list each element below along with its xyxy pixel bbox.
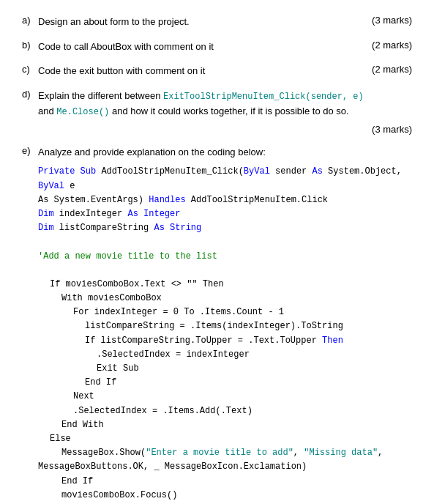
kw-dim1: Dim: [38, 209, 59, 219]
code-assign3-text: .SelectedIndex = .Items.Add(.Text): [73, 406, 252, 416]
text-a: Design an about form to the project.: [38, 15, 364, 29]
label-b: b): [22, 40, 38, 51]
label-a: a): [22, 15, 38, 26]
kw-dim2: Dim: [38, 223, 59, 233]
code-assign2: .SelectedIndex = indexInteger: [38, 348, 412, 362]
code-if2: If listCompareString.ToUpper = .Text.ToU…: [38, 334, 412, 348]
kw-private-sub: Private Sub: [38, 166, 101, 177]
code-endif2: End If: [38, 376, 412, 390]
code-if1: If moviesComboBox.Text <> "" Then: [38, 278, 412, 292]
code-d-2: Me.Close(): [56, 107, 109, 117]
label-c: c): [22, 64, 38, 75]
code-else: Else: [38, 432, 412, 446]
code-handle-val: AddToolStripMenuItem.Click: [191, 195, 328, 205]
code-focus-text: moviesComboBox.Focus(): [61, 490, 177, 500]
code-with1-text: With moviesComboBox: [61, 293, 162, 303]
code-msgbox-str2: "Missing data": [304, 448, 378, 458]
code-focus: moviesComboBox.Focus(): [38, 489, 412, 503]
code-exitsub: Exit Sub: [38, 362, 412, 376]
code-endwith: End With: [38, 418, 412, 432]
code-endif1-text: End If: [61, 476, 93, 486]
code-msgbox-text: MessageBox.Show(: [61, 448, 146, 458]
text-d-pre2: and: [38, 105, 56, 116]
code-msgbox-post: ,: [378, 448, 383, 458]
kw-as3: As String: [154, 223, 201, 233]
code-addtool: AddToolStripMenuItem_Click(: [101, 166, 243, 177]
kw-as1: As: [313, 166, 329, 177]
text-d-post2: and how it could works together, if it i…: [109, 105, 348, 116]
code-listcompare: listCompareString: [59, 223, 154, 233]
code-line-2: As System.EventArgs) Handles AddToolStri…: [38, 193, 412, 207]
kw-handles: Handles: [149, 195, 191, 205]
code-endif2-text: End If: [85, 377, 116, 388]
question-a: a) Design an about form to the project. …: [22, 15, 412, 29]
kw-as2: As Integer: [127, 209, 180, 219]
code-exitsub-text: Exit Sub: [97, 363, 139, 374]
code-if2-text: If listCompareString.ToUpper = .Text.ToU…: [85, 336, 322, 346]
code-e: e: [70, 181, 75, 191]
code-next-text: Next: [73, 391, 94, 401]
code-assign2-text: .SelectedIndex = indexInteger: [97, 349, 250, 360]
text-b: Code to call AboutBox with comment on it: [38, 40, 364, 54]
question-c: c) Code the exit button with comment on …: [22, 64, 412, 78]
code-msgbox-line2-text: MessageBoxButtons.OK, _ MessageBoxIcon.E…: [38, 462, 307, 472]
code-indexinteger: indexInteger: [59, 209, 128, 219]
code-eventargs: As System.EventArgs): [38, 195, 149, 205]
code-for1-text: For indexInteger = 0 To .Items.Count - 1: [73, 307, 284, 317]
code-sender: sender: [275, 166, 312, 177]
marks-d: (3 marks): [22, 124, 412, 135]
code-assign1: listCompareString = .Items(indexInteger)…: [38, 319, 412, 333]
code-if1-text: If moviesComboBox.Text <> "" Then: [50, 279, 224, 289]
kw-byval1: ByVal: [244, 166, 275, 177]
code-sysobject: System.Object,: [328, 166, 402, 177]
code-line-4: Dim listCompareString As String: [38, 221, 412, 235]
code-endif1: End If: [38, 475, 412, 489]
code-msgbox-comma: ,: [293, 448, 304, 458]
code-else-text: Else: [50, 434, 71, 444]
code-for1: For indexInteger = 0 To .Items.Count - 1: [38, 305, 412, 319]
code-with1: With moviesComboBox: [38, 292, 412, 305]
text-d-pre: Explain the different between: [38, 90, 163, 101]
text-d: Explain the different between ExitToolSt…: [38, 89, 412, 119]
code-assign1-text: listCompareString = .Items(indexInteger)…: [85, 321, 343, 331]
code-msgbox-str1: "Enter a movie title to add": [146, 448, 293, 458]
question-d: d) Explain the different between ExitToo…: [22, 89, 412, 135]
code-d-1: ExitToolStripMenuItem_Click(sender, e): [163, 92, 364, 102]
code-next: Next: [38, 390, 412, 404]
code-comment: 'Add a new movie title to the list: [38, 250, 412, 264]
comment-text: 'Add a new movie title to the list: [38, 251, 217, 262]
code-block-e: Private Sub AddToolStripMenuItem_Click(B…: [38, 165, 412, 504]
code-msgbox: MessageBox.Show("Enter a movie title to …: [38, 446, 412, 460]
code-endwith-text: End With: [61, 420, 104, 430]
marks-b: (2 marks): [372, 40, 412, 51]
marks-c: (2 marks): [372, 64, 412, 75]
label-e: e): [22, 145, 38, 156]
kw-byval2: ByVal: [38, 181, 70, 191]
kw-then2: Then: [322, 336, 343, 346]
text-c: Code the exit button with comment on it: [38, 64, 364, 78]
code-assign3: .SelectedIndex = .Items.Add(.Text): [38, 404, 412, 418]
code-line-1: Private Sub AddToolStripMenuItem_Click(B…: [38, 165, 412, 193]
question-b: b) Code to call AboutBox with comment on…: [22, 40, 412, 54]
label-d: d): [22, 89, 38, 100]
code-msgbox-line2: MessageBoxButtons.OK, _ MessageBoxIcon.E…: [38, 460, 412, 474]
code-line-3: Dim indexInteger As Integer: [38, 207, 412, 221]
text-e: Analyze and provide explanation on the c…: [38, 145, 412, 160]
marks-a: (3 marks): [372, 15, 412, 26]
question-e: e) Analyze and provide explanation on th…: [22, 145, 412, 504]
